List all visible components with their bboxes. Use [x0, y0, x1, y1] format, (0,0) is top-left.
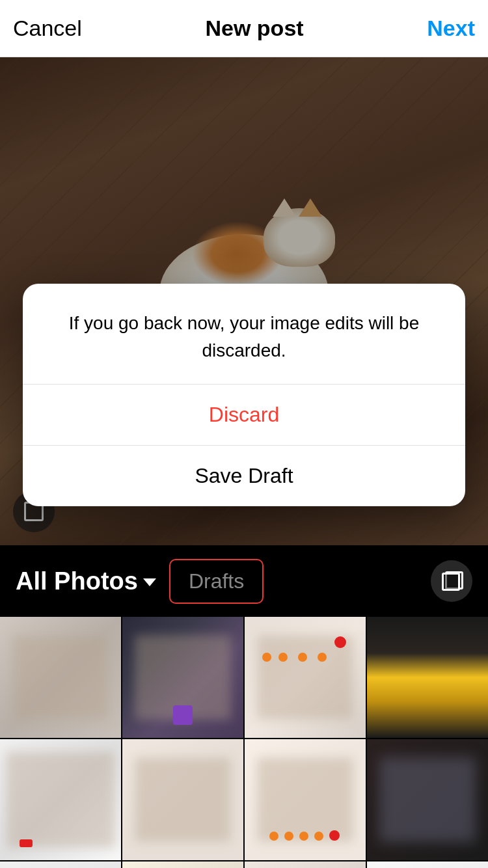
list-item[interactable] — [0, 861, 121, 868]
list-item[interactable] — [122, 861, 243, 868]
header: Cancel New post Next — [0, 0, 488, 57]
multi-select-icon — [442, 571, 461, 591]
image-preview: If you go back now, your image edits wil… — [0, 57, 488, 545]
list-item[interactable] — [245, 861, 366, 868]
drafts-button[interactable]: Drafts — [169, 559, 264, 604]
modal-message: If you go back now, your image edits wil… — [23, 284, 465, 385]
discard-modal: If you go back now, your image edits wil… — [23, 284, 465, 506]
chevron-down-icon — [143, 578, 156, 586]
photo-grid — [0, 617, 488, 868]
list-item[interactable] — [245, 617, 366, 738]
list-item[interactable] — [0, 617, 121, 738]
list-item[interactable] — [367, 739, 488, 860]
list-item[interactable] — [367, 861, 488, 868]
list-item[interactable] — [0, 739, 121, 860]
list-item[interactable] — [122, 617, 243, 738]
discard-button[interactable]: Discard — [23, 385, 465, 446]
all-photos-label: All Photos — [16, 567, 138, 595]
list-item[interactable] — [245, 739, 366, 860]
next-button[interactable]: Next — [427, 16, 475, 41]
list-item[interactable] — [367, 617, 488, 738]
save-draft-button[interactable]: Save Draft — [23, 446, 465, 506]
page-title: New post — [206, 16, 304, 41]
bottom-toolbar: All Photos Drafts — [0, 545, 488, 617]
list-item[interactable] — [122, 739, 243, 860]
cancel-button[interactable]: Cancel — [13, 16, 82, 41]
multi-select-button[interactable] — [431, 560, 472, 602]
all-photos-button[interactable]: All Photos — [16, 567, 156, 595]
modal-overlay: If you go back now, your image edits wil… — [0, 57, 488, 545]
